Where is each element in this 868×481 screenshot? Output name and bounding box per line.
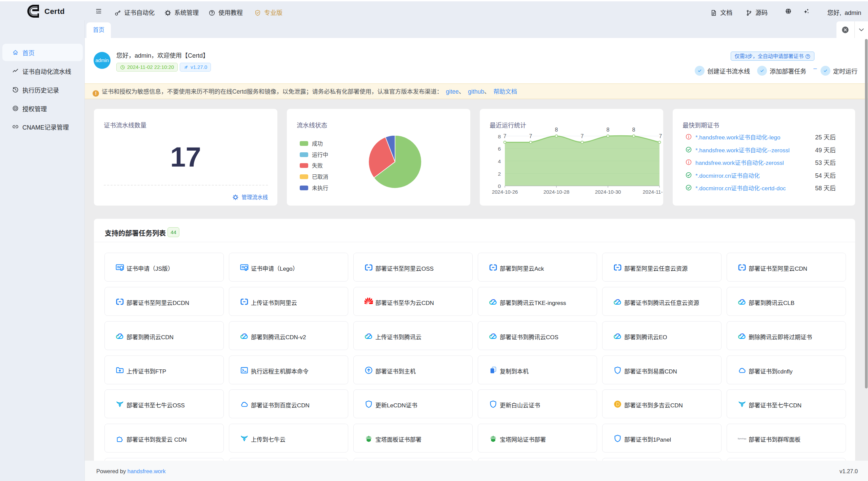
svg-text:4: 4: [498, 158, 501, 164]
svg-text:6: 6: [498, 146, 501, 152]
svg-text:7: 7: [581, 133, 584, 139]
svg-text:2: 2: [498, 171, 501, 177]
svg-text:7: 7: [504, 133, 507, 139]
svg-text:2024-11-: 2024-11-: [643, 189, 663, 195]
svg-text:7: 7: [659, 133, 662, 139]
svg-text:2024-10-28: 2024-10-28: [544, 189, 570, 195]
svg-text:2024-10-26: 2024-10-26: [492, 189, 518, 195]
svg-text:8: 8: [607, 127, 610, 133]
svg-text:0: 0: [498, 183, 501, 189]
svg-text:7: 7: [529, 133, 532, 139]
svg-text:2024-10-30: 2024-10-30: [595, 189, 621, 195]
svg-text:8: 8: [555, 127, 558, 133]
svg-text:8: 8: [498, 134, 501, 139]
svg-text:8: 8: [632, 127, 635, 133]
